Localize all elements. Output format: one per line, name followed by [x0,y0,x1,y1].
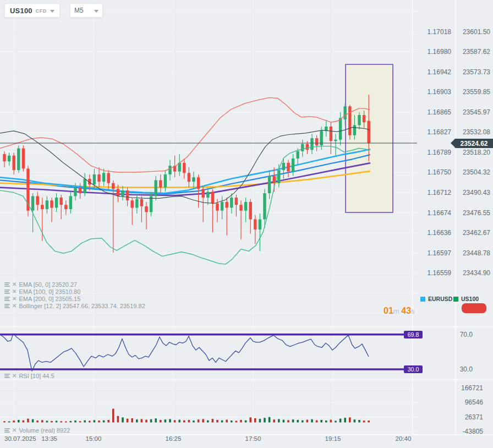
chevron-down-icon [94,10,98,13]
indicator-label: EMA [100, 0] 23510.80 [19,288,80,295]
indicator-labels: ✕ EMA [50, 0] 23520.27 ✕ EMA [100, 0] 23… [4,281,145,309]
instrument-type-badge: CFD [36,8,47,14]
eurusd-price-label: 1.17018 [417,28,451,36]
indicator-settings-icon[interactable] [4,297,10,301]
rsi-lower-band-tag: 30.0 [404,365,423,373]
eurusd-price-label: 1.16712 [417,189,451,196]
timeframe-label: M5 [74,7,84,14]
timer-seconds: 43 [401,306,411,315]
close-icon[interactable]: ✕ [12,303,17,309]
indicator-settings-icon[interactable] [4,304,10,308]
us100-price-label: 23587.62 [456,48,490,56]
time-axis-label: 20:40 [391,435,415,442]
timer-seconds-unit: s [411,307,415,315]
eurusd-price-label: 1.16559 [417,269,451,277]
indicator-label: EMA [200, 0] 23505.15 [19,296,80,302]
us100-color-swatch [453,297,458,302]
eurusd-price-label: 1.16674 [417,209,451,217]
close-icon[interactable]: ✕ [12,282,17,287]
indicator-settings-icon[interactable] [4,289,10,294]
rsi-label: RSI [10] 44.5 [19,373,54,379]
volume-axis-label: 26371 [449,413,483,421]
time-axis-label: 15:00 [81,435,106,442]
timer-minutes-unit: m [393,307,399,315]
instrument-selector[interactable]: US100 CFD [4,3,60,18]
us100-price-label: 23462.67 [456,229,490,237]
indicator-settings-icon[interactable] [4,282,10,287]
eurusd-price-label: 1.16636 [417,229,451,237]
volume-panel-label-row: ✕ Volume (real) 8922 [4,427,70,434]
us100-price-label: 23601.50 [456,28,490,36]
us100-price-label: 23504.32 [456,168,490,176]
time-axis-start-label: 30.07.2025 13:35 [4,435,57,442]
us100-price-label: 23448.78 [456,249,490,257]
indicator-label: EMA [50, 0] 23520.27 [19,281,77,288]
us100-price-label: 23545.97 [456,108,490,116]
rsi-upper-band-tag: 69.8 [404,331,423,338]
timeframe-selector[interactable]: M5 [70,3,103,18]
chevron-down-icon [50,10,54,13]
us100-price-label: 23532.08 [456,128,490,136]
legend-label-eurusd: EURUSD [428,296,452,302]
eurusd-price-label: 1.16750 [417,168,451,176]
us100-price-label: 23476.55 [456,209,490,217]
indicator-settings-icon[interactable] [4,374,10,378]
us100-price-label: 23559.85 [456,88,490,96]
us100-price-label: 23573.73 [456,68,490,76]
legend-label-us100: US100 [461,296,479,302]
legend-item-us100[interactable]: US100 [453,296,479,302]
close-icon[interactable]: ✕ [12,428,17,433]
timer-minutes: 01 [384,306,393,315]
trading-chart-window: US100 CFD M5 ✕ EMA [50, 0] 23520.27 ✕ EM… [0,0,493,448]
time-axis-label: 17:50 [241,435,265,442]
rsi-panel-label-row: ✕ RSI [10] 44.5 [4,372,54,379]
eurusd-price-label: 1.16789 [417,149,451,156]
time-axis-label: 16:25 [161,435,185,442]
eurusd-price-label: 1.16942 [417,68,451,76]
current-price-tag: 23524.62 [455,139,493,148]
chart-canvas[interactable] [0,0,493,448]
volume-axis-label: 96546 [449,398,483,406]
sell-button[interactable] [462,303,486,313]
rsi-axis-label: 30.0 [439,365,473,373]
legend-item-eurusd[interactable]: EURUSD [420,296,452,302]
close-icon[interactable]: ✕ [12,289,17,294]
close-icon[interactable]: ✕ [12,373,17,379]
instrument-name: US100 [10,7,32,15]
eurusd-price-label: 1.16597 [417,249,451,257]
eurusd-price-label: 1.16865 [417,108,451,116]
close-icon[interactable]: ✕ [12,296,17,302]
indicator-row-ema50: ✕ EMA [50, 0] 23520.27 [4,281,145,288]
candle-countdown-timer: 01m 43s [384,306,415,316]
us100-price-label: 23518.20 [456,149,490,156]
eurusd-price-label: 1.16980 [417,48,451,56]
us100-price-label: 23434.90 [456,269,490,277]
indicator-row-bollinger: ✕ Bollinger [12, 2] 23547.66, 23533.74, … [4,302,145,309]
volume-axis-label: -43805 [449,428,483,435]
indicator-row-ema100: ✕ EMA [100, 0] 23510.80 [4,288,145,295]
us100-price-label: 23490.43 [456,189,490,196]
time-axis-label: 19:15 [321,435,345,442]
indicator-settings-icon[interactable] [4,428,10,433]
indicator-row-ema200: ✕ EMA [200, 0] 23505.15 [4,295,145,302]
eurusd-price-label: 1.16827 [417,128,451,136]
eurusd-color-swatch [420,297,425,302]
volume-axis-label: 166721 [449,384,483,392]
rsi-axis-label: 70.0 [439,331,473,338]
eurusd-price-label: 1.16903 [417,88,451,96]
volume-label: Volume (real) 8922 [19,427,70,434]
indicator-label: Bollinger [12, 2] 23547.66, 23533.74, 23… [19,303,145,309]
